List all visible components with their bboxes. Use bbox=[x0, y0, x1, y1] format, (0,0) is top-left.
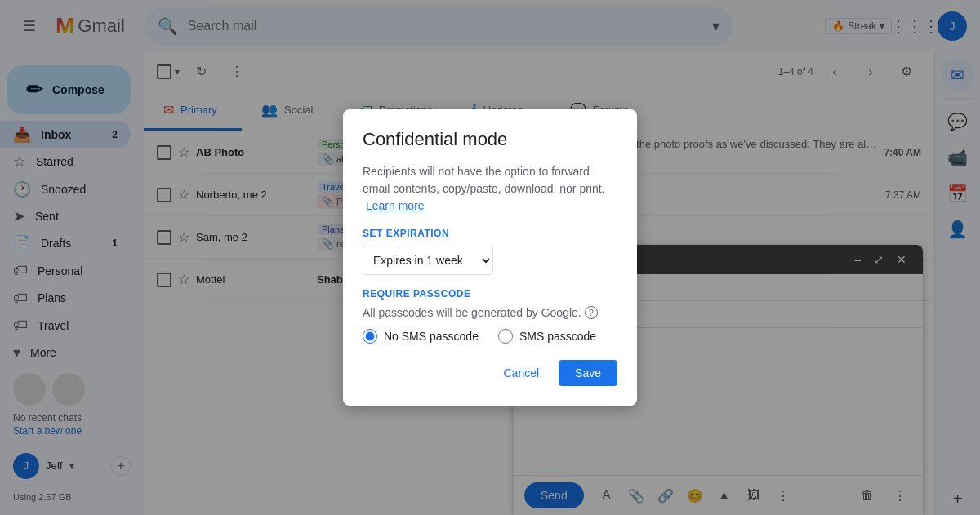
expiration-select[interactable]: Expires in 1 day Expires in 1 week Expir… bbox=[363, 246, 493, 275]
set-expiration-label: SET EXPIRATION bbox=[363, 228, 617, 239]
radio-group: No SMS passcode SMS passcode bbox=[363, 329, 617, 344]
sms-radio[interactable] bbox=[498, 329, 513, 344]
sms-label: SMS passcode bbox=[519, 330, 596, 343]
modal-desc-text: Recipients will not have the option to f… bbox=[363, 165, 605, 195]
save-button[interactable]: Save bbox=[559, 360, 617, 386]
cancel-button[interactable]: Cancel bbox=[490, 360, 552, 386]
require-passcode-label: REQUIRE PASSCODE bbox=[363, 288, 617, 300]
modal-description: Recipients will not have the option to f… bbox=[363, 163, 617, 215]
no-sms-option[interactable]: No SMS passcode bbox=[363, 329, 479, 344]
confidential-mode-modal: Confidential mode Recipients will not ha… bbox=[343, 109, 637, 406]
no-sms-label: No SMS passcode bbox=[384, 330, 479, 343]
no-sms-radio[interactable] bbox=[363, 329, 377, 344]
modal-title: Confidential mode bbox=[363, 129, 617, 150]
sms-option[interactable]: SMS passcode bbox=[498, 329, 596, 344]
passcode-description: All passcodes will be generated by Googl… bbox=[363, 306, 617, 319]
modal-actions: Cancel Save bbox=[363, 360, 617, 386]
passcode-desc-text: All passcodes will be generated by Googl… bbox=[363, 306, 581, 319]
help-icon[interactable]: ? bbox=[585, 306, 598, 319]
modal-overlay: Confidential mode Recipients will not ha… bbox=[0, 0, 980, 515]
expiration-select-wrap: Expires in 1 day Expires in 1 week Expir… bbox=[363, 246, 617, 275]
learn-more-link[interactable]: Learn more bbox=[366, 199, 425, 212]
